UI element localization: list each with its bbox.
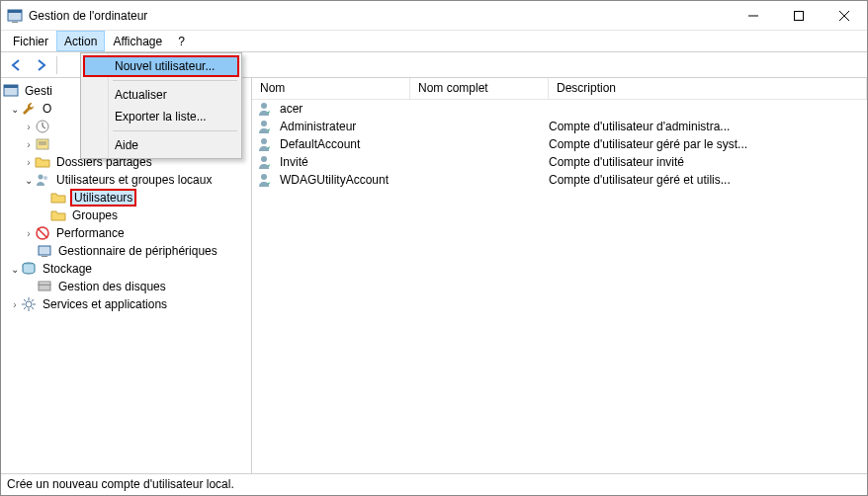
menu-view[interactable]: Affichage: [105, 31, 170, 51]
svg-line-16: [38, 228, 47, 238]
tree-label: Gestionnaire de périphériques: [56, 244, 219, 258]
tree-users[interactable]: Utilisateurs: [3, 189, 249, 207]
tree-local-users[interactable]: ⌄ Utilisateurs et groupes locaux: [3, 171, 249, 189]
user-icon: [256, 119, 272, 134]
svg-point-23: [261, 103, 267, 109]
svg-point-25: [261, 138, 267, 144]
services-icon: [21, 296, 37, 312]
svg-point-24: [261, 121, 267, 126]
user-icon: [256, 172, 272, 188]
users-list: Nom Nom complet Description acerAdminist…: [252, 78, 867, 473]
svg-rect-18: [42, 256, 47, 257]
expand-icon[interactable]: ⌄: [23, 175, 35, 186]
user-icon: [256, 154, 272, 170]
user-desc: Compte d'utilisateur d'administra...: [549, 120, 867, 133]
menu-help-item[interactable]: Aide: [83, 134, 239, 156]
tree-label: Performance: [54, 226, 127, 240]
user-name: Administrateur: [280, 120, 356, 133]
tree-label: Services et applications: [41, 297, 169, 311]
action-menu-dropdown: Nouvel utilisateur... Actualiser Exporte…: [80, 52, 242, 159]
user-name: acer: [280, 102, 303, 116]
tree-storage[interactable]: ⌄ Stockage: [3, 260, 249, 278]
storage-icon: [21, 261, 37, 277]
wrench-icon: [21, 101, 37, 117]
svg-rect-4: [795, 11, 804, 20]
expand-icon[interactable]: ⌄: [9, 104, 21, 115]
tree-label: Groupes: [70, 208, 120, 222]
list-item[interactable]: AdministrateurCompte d'utilisateur d'adm…: [252, 118, 867, 135]
expand-icon[interactable]: ›: [9, 299, 21, 310]
col-desc[interactable]: Description: [549, 78, 867, 99]
expand-icon[interactable]: ›: [23, 228, 35, 239]
maximize-button[interactable]: [776, 1, 822, 31]
menubar: Fichier Action Affichage ?: [1, 31, 867, 52]
list-header: Nom Nom complet Description: [252, 78, 867, 100]
user-name: Invité: [280, 155, 308, 169]
menu-file[interactable]: Fichier: [5, 31, 56, 51]
svg-rect-2: [12, 22, 18, 23]
svg-rect-20: [39, 285, 50, 290]
folder-icon: [50, 207, 66, 223]
tree-label: Gestion des disques: [56, 280, 168, 293]
statusbar: Crée un nouveau compte d'utilisateur loc…: [1, 473, 867, 495]
expand-icon[interactable]: ›: [23, 139, 35, 150]
list-item[interactable]: WDAGUtilityAccountCompte d'utilisateur g…: [252, 171, 867, 189]
svg-point-27: [261, 174, 267, 180]
expand-icon[interactable]: ⌄: [9, 264, 21, 275]
menu-export-list[interactable]: Exporter la liste...: [83, 106, 239, 127]
expand-icon[interactable]: ›: [23, 157, 35, 168]
status-text: Crée un nouveau compte d'utilisateur loc…: [7, 477, 234, 491]
list-item[interactable]: acer: [252, 100, 867, 118]
app-icon: [7, 8, 23, 24]
computer-mgmt-icon: [3, 83, 19, 99]
menu-item-label: Aide: [115, 138, 138, 152]
expand-icon[interactable]: ›: [23, 122, 35, 132]
col-fullname[interactable]: Nom complet: [410, 78, 549, 99]
menu-action[interactable]: Action: [56, 31, 105, 51]
shared-folder-icon: [35, 154, 50, 170]
window-title: Gestion de l'ordinateur: [29, 9, 731, 23]
close-button[interactable]: [822, 1, 867, 31]
folder-icon: [50, 190, 66, 206]
diskmgmt-icon: [37, 279, 52, 294]
svg-point-13: [39, 175, 43, 180]
svg-rect-8: [4, 85, 18, 88]
menu-item-label: Nouvel utilisateur...: [115, 59, 215, 73]
svg-rect-1: [8, 10, 22, 13]
tree-label: O: [41, 102, 53, 116]
toolbar-separator: [56, 56, 57, 74]
svg-point-14: [43, 176, 47, 180]
scheduler-icon: [35, 119, 50, 134]
menu-help[interactable]: ?: [170, 31, 193, 51]
performance-icon: [35, 225, 50, 241]
menu-refresh[interactable]: Actualiser: [83, 84, 239, 106]
tree-label: Utilisateurs: [70, 189, 136, 207]
tree-label: Utilisateurs et groupes locaux: [54, 173, 214, 187]
tree-devmgr[interactable]: Gestionnaire de périphériques: [3, 242, 249, 260]
tree-label: Gesti: [23, 84, 54, 98]
menu-new-user[interactable]: Nouvel utilisateur...: [83, 55, 239, 77]
user-icon: [256, 136, 272, 152]
users-groups-icon: [35, 172, 50, 188]
col-name[interactable]: Nom: [252, 78, 410, 99]
tree-groups[interactable]: Groupes: [3, 207, 249, 224]
list-item[interactable]: DefaultAccountCompte d'utilisateur géré …: [252, 135, 867, 153]
menu-item-label: Actualiser: [115, 88, 167, 102]
minimize-button[interactable]: [731, 1, 776, 31]
list-item[interactable]: InvitéCompte d'utilisateur invité: [252, 153, 867, 171]
user-desc: Compte d'utilisateur invité: [549, 155, 867, 169]
tree-label: Stockage: [41, 262, 94, 276]
menu-separator: [113, 80, 237, 81]
eventvwr-icon: [35, 136, 50, 152]
user-name: DefaultAccount: [280, 137, 360, 151]
svg-point-22: [26, 301, 32, 307]
forward-button[interactable]: [31, 55, 50, 75]
back-button[interactable]: [7, 55, 27, 75]
tree-diskmgmt[interactable]: Gestion des disques: [3, 278, 249, 295]
user-desc: Compte d'utilisateur géré et utilis...: [549, 173, 867, 187]
menu-item-label: Exporter la liste...: [115, 110, 207, 124]
tree-services[interactable]: › Services et applications: [3, 295, 249, 313]
menu-separator: [113, 130, 237, 131]
tree-performance[interactable]: › Performance: [3, 224, 249, 242]
titlebar: Gestion de l'ordinateur: [1, 1, 867, 31]
